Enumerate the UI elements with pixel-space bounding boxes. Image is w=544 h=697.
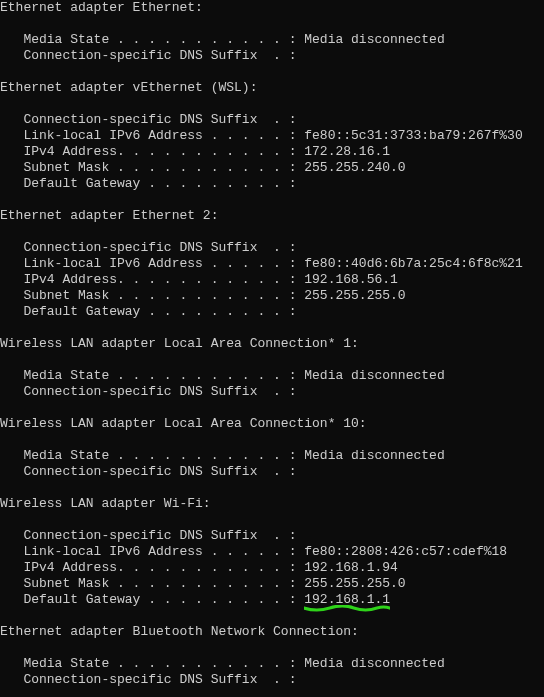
adapter-header: Ethernet adapter Bluetooth Network Conne… [0, 624, 544, 640]
output-line: Media State . . . . . . . . . . . : Medi… [0, 32, 544, 48]
output-line: Default Gateway . . . . . . . . . : [0, 176, 544, 192]
field-value: 255.255.240.0 [296, 160, 405, 175]
field-label: Subnet Mask . . . . . . . . . . . : [0, 288, 296, 303]
output-line: Default Gateway . . . . . . . . . : 192.… [0, 592, 544, 608]
field-label: Connection-specific DNS Suffix . : [0, 528, 296, 543]
adapter-header: Wireless LAN adapter Wi-Fi: [0, 496, 544, 512]
field-value: fe80::2808:426:c57:cdef%18 [296, 544, 507, 559]
field-value: 172.28.16.1 [296, 144, 390, 159]
field-label: Link-local IPv6 Address . . . . . : [0, 256, 296, 271]
field-label: Connection-specific DNS Suffix . : [0, 48, 296, 63]
field-label: Media State . . . . . . . . . . . : [0, 448, 296, 463]
field-label: Connection-specific DNS Suffix . : [0, 464, 296, 479]
output-line: Subnet Mask . . . . . . . . . . . : 255.… [0, 160, 544, 176]
adapter-header: Ethernet adapter Ethernet: [0, 0, 544, 16]
output-line: Link-local IPv6 Address . . . . . : fe80… [0, 256, 544, 272]
output-line: Connection-specific DNS Suffix . : [0, 48, 544, 64]
field-label: Default Gateway . . . . . . . . . : [0, 592, 296, 607]
field-label: Connection-specific DNS Suffix . : [0, 384, 296, 399]
field-label: Default Gateway . . . . . . . . . : [0, 304, 296, 319]
output-line: Default Gateway . . . . . . . . . : [0, 304, 544, 320]
field-label: Connection-specific DNS Suffix . : [0, 112, 296, 127]
field-value: 192.168.1.1 [304, 592, 390, 607]
field-value: Media disconnected [296, 32, 444, 47]
field-value: 255.255.255.0 [296, 576, 405, 591]
output-line: Connection-specific DNS Suffix . : [0, 528, 544, 544]
output-line: Subnet Mask . . . . . . . . . . . : 255.… [0, 288, 544, 304]
field-value: Media disconnected [296, 368, 444, 383]
field-value: Media disconnected [296, 448, 444, 463]
field-label: Media State . . . . . . . . . . . : [0, 656, 296, 671]
output-line: Connection-specific DNS Suffix . : [0, 384, 544, 400]
output-line: IPv4 Address. . . . . . . . . . . : 192.… [0, 560, 544, 576]
field-label: Connection-specific DNS Suffix . : [0, 240, 296, 255]
field-value: 192.168.1.94 [296, 560, 397, 575]
output-line: Link-local IPv6 Address . . . . . : fe80… [0, 128, 544, 144]
field-label: IPv4 Address. . . . . . . . . . . : [0, 560, 296, 575]
field-label: Media State . . . . . . . . . . . : [0, 368, 296, 383]
output-line: Media State . . . . . . . . . . . : Medi… [0, 448, 544, 464]
output-line: IPv4 Address. . . . . . . . . . . : 192.… [0, 272, 544, 288]
field-label: Link-local IPv6 Address . . . . . : [0, 544, 296, 559]
field-value: Media disconnected [296, 656, 444, 671]
field-value: 255.255.255.0 [296, 288, 405, 303]
field-value: fe80::5c31:3733:ba79:267f%30 [296, 128, 522, 143]
output-line: Media State . . . . . . . . . . . : Medi… [0, 368, 544, 384]
field-label: IPv4 Address. . . . . . . . . . . : [0, 272, 296, 287]
field-label: Subnet Mask . . . . . . . . . . . : [0, 576, 296, 591]
output-line: Connection-specific DNS Suffix . : [0, 464, 544, 480]
output-line: Link-local IPv6 Address . . . . . : fe80… [0, 544, 544, 560]
output-line: Connection-specific DNS Suffix . : [0, 112, 544, 128]
output-line: Connection-specific DNS Suffix . : [0, 672, 544, 688]
output-line: IPv4 Address. . . . . . . . . . . : 172.… [0, 144, 544, 160]
terminal-output: Ethernet adapter Ethernet: Media State .… [0, 0, 544, 697]
output-line: Connection-specific DNS Suffix . : [0, 240, 544, 256]
field-value: fe80::40d6:6b7a:25c4:6f8c%21 [296, 256, 522, 271]
field-label: IPv4 Address. . . . . . . . . . . : [0, 144, 296, 159]
output-line: Media State . . . . . . . . . . . : Medi… [0, 656, 544, 672]
field-label: Default Gateway . . . . . . . . . : [0, 176, 296, 191]
adapter-header: Wireless LAN adapter Local Area Connecti… [0, 416, 544, 432]
adapter-header: Ethernet adapter Ethernet 2: [0, 208, 544, 224]
adapter-header: Wireless LAN adapter Local Area Connecti… [0, 336, 544, 352]
adapter-header: Ethernet adapter vEthernet (WSL): [0, 80, 544, 96]
field-label: Connection-specific DNS Suffix . : [0, 672, 296, 687]
field-label: Link-local IPv6 Address . . . . . : [0, 128, 296, 143]
field-label: Subnet Mask . . . . . . . . . . . : [0, 160, 296, 175]
output-line: Subnet Mask . . . . . . . . . . . : 255.… [0, 576, 544, 592]
field-value: 192.168.56.1 [296, 272, 397, 287]
highlighted-gateway: 192.168.1.1 [304, 592, 390, 608]
field-label: Media State . . . . . . . . . . . : [0, 32, 296, 47]
